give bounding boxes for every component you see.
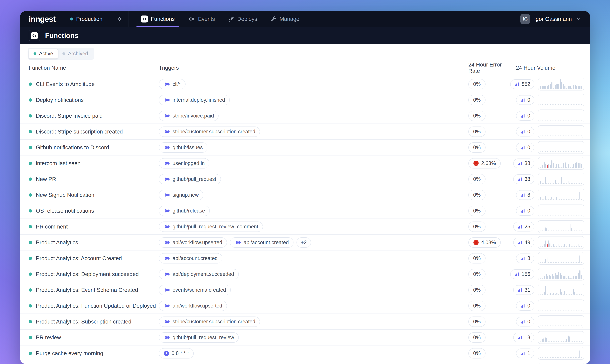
function-row[interactable]: Purge cache every morning 0 8 * * * 0% 1 [20, 346, 590, 361]
event-trigger-pill[interactable]: api/deployment.succeeded [159, 269, 239, 279]
tab-deploys[interactable]: Deploys [224, 11, 261, 27]
zero-bucket-dash [542, 310, 543, 311]
function-name: Product Analytics [36, 239, 78, 246]
zero-bucket-dash [571, 215, 572, 216]
app-window: inngest Production Functions [20, 11, 590, 364]
zero-bucket-dash [575, 357, 576, 358]
zero-bucket-dash [542, 151, 543, 152]
function-row[interactable]: OS release notifications github/release … [20, 203, 590, 219]
zero-bucket-dash [547, 151, 548, 152]
tab-manage[interactable]: Manage [266, 11, 304, 27]
user-menu[interactable]: IG Igor Gassmann [520, 14, 582, 24]
tab-events[interactable]: Events [183, 11, 219, 27]
volume-value: 49 [525, 239, 530, 246]
tab-functions[interactable]: Functions [136, 11, 179, 27]
event-trigger-pill[interactable]: stripe/customer.subscription.created [159, 316, 260, 327]
volume-sparkline [538, 189, 584, 201]
zero-bucket-dash [567, 310, 567, 311]
zero-bucket-dash [560, 120, 561, 120]
event-trigger-pill[interactable]: github/pull_request_review_comment [159, 221, 263, 232]
error-rate-badge: 4.08% [468, 237, 501, 248]
volume-value: 0 [528, 144, 530, 151]
volume-badge: 0 [516, 127, 534, 136]
code-icon [141, 15, 148, 23]
event-trigger-pill[interactable]: api/account.created [230, 237, 294, 248]
extra-triggers-pill[interactable]: +2 [297, 237, 311, 248]
event-trigger-pill[interactable]: events/schema.created [159, 285, 231, 295]
filter-active[interactable]: Active [29, 49, 58, 58]
trigger-label: stripe/customer.subscription.created [173, 319, 255, 325]
function-row[interactable]: PR review github/pull_request_review 0% … [20, 330, 590, 346]
workspace-selector[interactable]: Production [63, 16, 128, 22]
function-row[interactable]: Discord: Stripe subscription created str… [20, 124, 590, 140]
event-trigger-pill[interactable]: stripe/invoice.paid [159, 111, 218, 121]
event-trigger-pill[interactable]: signup.new [159, 190, 203, 200]
zero-bucket-dash [552, 151, 553, 152]
zero-bucket-dash [560, 341, 560, 342]
zero-bucket-dash [571, 310, 572, 311]
zero-bucket-dash [572, 246, 573, 247]
function-row[interactable]: Reset password email and reminder passwo… [20, 361, 590, 364]
filter-archived[interactable]: Archived [58, 49, 93, 58]
event-trigger-pill[interactable]: api/workflow.upserted [159, 237, 227, 248]
zero-bucket-dash [548, 341, 548, 342]
error-rate-value: 0% [473, 271, 481, 277]
volume-bar [547, 86, 548, 89]
event-trigger-pill[interactable]: cli/* [159, 79, 186, 89]
archived-dot [62, 52, 65, 55]
zero-bucket-dash [541, 262, 541, 263]
zero-bucket-dash [574, 183, 575, 184]
zero-bucket-dash [545, 104, 546, 105]
zero-bucket-dash [561, 246, 562, 247]
event-trigger-pill[interactable]: github/pull_request [159, 174, 221, 184]
function-row[interactable]: Product Analytics: Subscription created … [20, 314, 590, 330]
zero-bucket-dash [571, 294, 572, 295]
function-row[interactable]: Github notifications to Discord github/i… [20, 140, 590, 156]
event-trigger-pill[interactable]: github/pull_request_review [159, 332, 239, 343]
volume-bar [555, 273, 556, 279]
function-row[interactable]: Product Analytics: Account Created api/a… [20, 250, 590, 266]
function-row[interactable]: Product Analytics api/workflow.upserteda… [20, 235, 590, 250]
function-row[interactable]: Product Analytics: Deployment succeeded … [20, 266, 590, 282]
event-waves-icon [163, 193, 170, 197]
error-rate-value: 2.63% [481, 160, 496, 166]
function-row[interactable]: Discord: Stripe invoice paid stripe/invo… [20, 108, 590, 124]
event-trigger-pill[interactable]: stripe/customer.subscription.created [159, 127, 260, 137]
function-row[interactable]: intercom last seen user.logged.in 2.63% … [20, 156, 590, 171]
trigger-list: cli/* [159, 79, 468, 89]
zero-bucket-dash [576, 310, 577, 311]
function-row[interactable]: Product Analytics: Function Updated or D… [20, 298, 590, 314]
zero-bucket-dash [555, 262, 556, 263]
cron-trigger-pill[interactable]: 0 8 * * * [159, 348, 194, 359]
function-row[interactable]: Deploy notifications internal.deploy.fin… [20, 92, 590, 108]
volume-bar [548, 240, 549, 247]
zero-bucket-dash [562, 120, 562, 120]
zero-bucket-dash [552, 310, 553, 311]
event-trigger-pill[interactable]: user.logged.in [159, 158, 209, 169]
volume-value: 0 [528, 113, 530, 119]
error-rate-value: 0% [473, 319, 481, 325]
function-row[interactable]: CLI Events to Amplitude cli/* 0% 852 [20, 76, 590, 92]
function-row[interactable]: New Signup Notification signup.new 0% 8 [20, 187, 590, 203]
event-trigger-pill[interactable]: github/release [159, 206, 210, 216]
zero-bucket-dash [541, 357, 541, 358]
zero-bucket-dash [550, 199, 551, 200]
function-row[interactable]: New PR github/pull_request 0% 38 [20, 171, 590, 187]
event-trigger-pill[interactable]: github/issues [159, 142, 207, 153]
active-status-dot [29, 98, 32, 102]
exclamation-circle-icon [473, 160, 479, 166]
zero-bucket-dash [541, 341, 541, 342]
volume-sparkline [538, 347, 584, 360]
zero-bucket-dash [541, 310, 541, 311]
event-trigger-pill[interactable]: api/account.created [159, 253, 222, 263]
function-row[interactable]: PR comment github/pull_request_review_co… [20, 219, 590, 235]
error-rate-value: 0% [473, 144, 481, 151]
zero-bucket-dash [542, 357, 543, 358]
event-trigger-pill[interactable]: api/workflow.upserted [159, 301, 227, 311]
zero-bucket-dash [553, 341, 554, 342]
function-row[interactable]: Product Analytics: Event Schema Created … [20, 282, 590, 298]
zero-bucket-dash [550, 183, 551, 184]
volume-bar [550, 276, 551, 279]
zero-bucket-dash [542, 135, 543, 136]
event-trigger-pill[interactable]: internal.deploy.finished [159, 95, 230, 105]
